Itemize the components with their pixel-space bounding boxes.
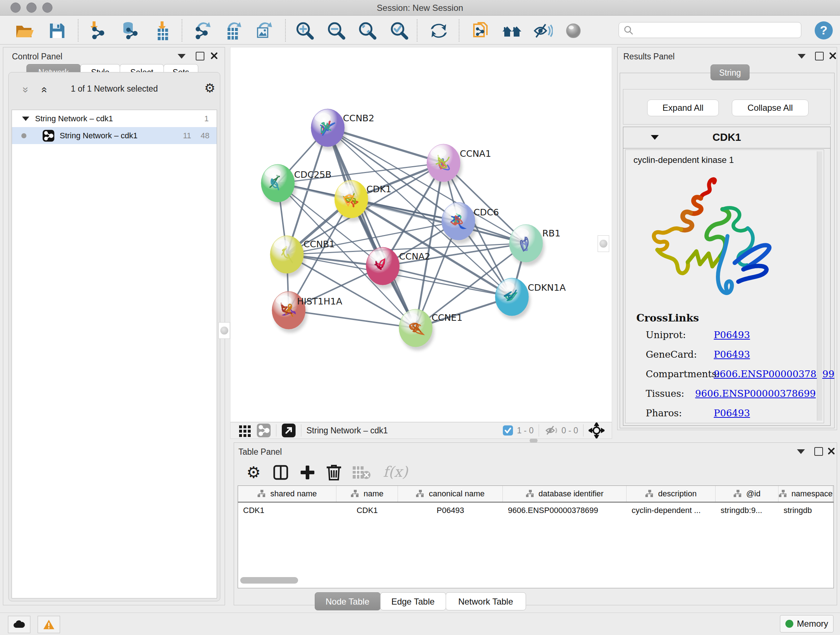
cloud-icon: [13, 620, 26, 629]
protein-card: CDK1 cyclin-dependent kinase 1: [623, 127, 831, 426]
control-panel-float-icon[interactable]: [196, 52, 204, 60]
control-panel-collapse-icon[interactable]: [178, 54, 186, 59]
help-question-glyph: ?: [820, 23, 828, 37]
hidden-eye-slash-icon[interactable]: [544, 425, 559, 436]
results-panel-close-icon[interactable]: [829, 52, 837, 60]
zoom-fit-button[interactable]: [357, 21, 378, 41]
right-splitter-handle[interactable]: [598, 235, 609, 252]
results-panel-float-icon[interactable]: [815, 52, 824, 60]
column-header-database-identifier[interactable]: database identifier: [503, 486, 627, 502]
cell-canonical-name: P06493: [398, 506, 503, 515]
network-overview-toggle-icon[interactable]: [256, 423, 271, 438]
node-CCNA1[interactable]: CCNA1: [427, 144, 491, 185]
zoom-selected-button[interactable]: [389, 21, 409, 41]
hide-selected-button[interactable]: [532, 21, 553, 41]
table-panel: Table Panel ⚙f(x) shared namenamecanonic…: [234, 442, 837, 605]
collection-expand-icon[interactable]: [22, 117, 29, 121]
toolbar-separator: [182, 19, 182, 42]
collapse-all-button[interactable]: Collapse All: [732, 100, 808, 116]
zoom-in-button[interactable]: [295, 21, 315, 41]
apply-layout-button[interactable]: [429, 21, 449, 41]
tab-string[interactable]: String: [711, 65, 750, 80]
delete-column-button[interactable]: [326, 464, 342, 481]
birdseye-grid-icon[interactable]: [238, 424, 251, 437]
show-columns-button[interactable]: [272, 464, 289, 481]
memory-button[interactable]: Memory: [780, 615, 834, 632]
node-label-CCNB1: CCNB1: [303, 239, 335, 249]
svg-text:f(x): f(x): [383, 463, 409, 480]
open-session-button[interactable]: [14, 21, 35, 41]
node-HIST1H1A[interactable]: HIST1H1A: [272, 291, 342, 333]
column-header-canonical-name[interactable]: canonical name: [398, 486, 503, 502]
column-header-description[interactable]: description: [627, 486, 715, 502]
title-bar: Session: New Session: [0, 0, 840, 16]
table-panel-close-icon[interactable]: [827, 447, 835, 455]
tab-network-table[interactable]: Network Table: [446, 592, 526, 610]
node-CDK1[interactable]: CDK1: [335, 180, 392, 222]
import-table-button[interactable]: [152, 21, 172, 41]
table-panel-title: Table Panel: [238, 447, 282, 457]
collection-row[interactable]: String Network – cdk1 1: [12, 110, 217, 127]
node-CCNB2[interactable]: CCNB2: [311, 109, 374, 150]
warning-status-button[interactable]: [38, 616, 60, 633]
tab-node-table[interactable]: Node Table: [315, 592, 381, 610]
node-CDC25B[interactable]: CDC25B: [261, 165, 332, 206]
cell--id: stringdb:9...: [715, 506, 778, 515]
import-network-database-button[interactable]: [119, 21, 140, 41]
expand-all-button[interactable]: Expand All: [647, 100, 719, 116]
table-settings-button[interactable]: ⚙: [245, 464, 262, 481]
table-panel-float-icon[interactable]: [814, 447, 823, 456]
first-neighbors-button[interactable]: [502, 21, 522, 41]
add-column-button[interactable]: [299, 464, 316, 481]
cloud-status-button[interactable]: [8, 616, 30, 633]
table-hscrollbar-thumb[interactable]: [240, 577, 298, 584]
cell-namespace: stringdb: [778, 506, 833, 515]
fit-selected-crosshair-icon[interactable]: [589, 423, 605, 439]
save-session-button[interactable]: [47, 21, 67, 41]
node-CCNA2[interactable]: CCNA2: [366, 247, 431, 288]
node-CCNE1[interactable]: CCNE1: [399, 309, 462, 350]
search-icon: [623, 25, 633, 35]
search-input[interactable]: [619, 22, 801, 38]
tab-edge-table[interactable]: Edge Table: [380, 592, 446, 610]
control-panel-close-icon[interactable]: [210, 52, 218, 60]
column-header-namespace[interactable]: namespace: [778, 486, 833, 502]
export-image-button[interactable]: [254, 21, 274, 41]
crosslink-value-link[interactable]: P06493: [714, 349, 750, 360]
export-table-button[interactable]: [223, 21, 243, 41]
node-table: shared namenamecanonical namedatabase id…: [238, 486, 834, 588]
crosslink-value-link[interactable]: P06493: [714, 329, 750, 340]
zoom-out-button[interactable]: [326, 21, 347, 41]
node-CDKN1A[interactable]: CDKN1A: [495, 278, 566, 319]
column-header-shared-name[interactable]: shared name: [238, 486, 336, 502]
crosslink-value-link[interactable]: 9606.ENSP00000378699: [714, 369, 834, 379]
node-RB1[interactable]: RB1: [509, 225, 561, 266]
open-in-window-icon[interactable]: [281, 423, 296, 438]
table-row[interactable]: CDK1CDK1P064939606.ENSP00000378699cyclin…: [238, 502, 834, 518]
network-canvas[interactable]: CCNB2 CCNA1 CDC25B CDK1 CDC6: [230, 47, 612, 422]
export-network-button[interactable]: [193, 21, 213, 41]
expand-collapse-bar: Expand All Collapse All: [623, 89, 831, 125]
crosslink-value-link[interactable]: P06493: [714, 408, 750, 418]
node-label-CDKN1A: CDKN1A: [528, 282, 566, 293]
import-network-button[interactable]: [88, 21, 109, 41]
network-row[interactable]: String Network – cdk1 11 48: [12, 127, 217, 144]
results-scrollbar[interactable]: [817, 151, 822, 421]
svg-text:⚙: ⚙: [246, 464, 261, 481]
edge-HIST1H1A-CCNE1[interactable]: [289, 310, 416, 328]
crosslink-value-link[interactable]: 9606.ENSP00000378699: [695, 388, 816, 399]
show-all-button[interactable]: [563, 21, 584, 41]
table-panel-collapse-icon[interactable]: [797, 449, 805, 454]
network-status-dot: [21, 133, 27, 138]
copy-network-button[interactable]: [471, 21, 491, 41]
cell-shared-name: CDK1: [238, 506, 336, 515]
column-header--id[interactable]: @id: [715, 486, 778, 502]
left-splitter-handle[interactable]: [218, 322, 230, 339]
toolbar-separator: [417, 19, 417, 42]
help-button[interactable]: ?: [814, 21, 834, 40]
column-header-name[interactable]: name: [336, 486, 398, 502]
network-options-gear-icon[interactable]: ⚙: [203, 82, 216, 95]
selected-checkbox-icon[interactable]: [502, 425, 513, 436]
column-type-icon: [526, 489, 535, 498]
results-panel-collapse-icon[interactable]: [798, 54, 806, 59]
